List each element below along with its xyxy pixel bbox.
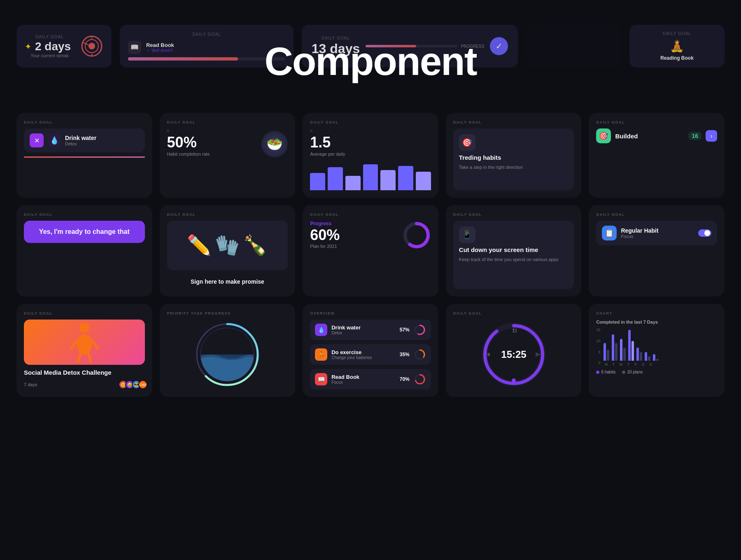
bar-3 (345, 176, 361, 190)
bar-5 (380, 170, 396, 190)
chart-bars-group (604, 328, 717, 361)
builded-row: 🎯 Builded 16 › (596, 128, 717, 143)
x-W: W (618, 362, 623, 366)
bottle-icon: 🍾 (243, 234, 268, 257)
ov-arc-0 (414, 324, 426, 336)
card-chart-label: CHART (596, 311, 717, 315)
ov-pct-0: 57% (400, 327, 410, 333)
svg-line-13 (78, 354, 80, 362)
col-T1 (612, 334, 618, 361)
menu-dots-2: ≡ (310, 128, 345, 133)
bar-habits-F (636, 348, 639, 361)
y-10: 10 (596, 339, 600, 343)
ov-arc-1 (414, 348, 426, 361)
pencil-icon: ✏️ (187, 234, 212, 257)
habit-sub: Detox (65, 141, 96, 146)
svg-text:9: 9 (487, 352, 490, 357)
ov-sub-1: Change your batteries (331, 355, 372, 360)
col-W (620, 339, 626, 361)
legend-dot-habits (596, 371, 599, 374)
progress-text: Progress (310, 221, 340, 226)
ov-sub-2: Focus (331, 380, 359, 385)
builded-label: Builded (615, 133, 638, 140)
screen-inner: 📱 Cut down your screen time Keep track o… (453, 221, 574, 289)
svg-line-11 (71, 340, 77, 348)
wave-svg (194, 322, 260, 387)
legend-plans-label: 20 plans (627, 370, 643, 374)
chart-legend: 6 habits 20 plans (596, 370, 717, 374)
streak-label: DAILY GOAL (25, 35, 75, 39)
card-clock-label: DAILY GOAL (453, 311, 574, 315)
screen-desc: Keep track of the time you spend on vari… (459, 257, 569, 263)
clock-svg: 12 3 6 9 15:25 (481, 322, 547, 387)
x-S2: S (648, 362, 653, 366)
clock-time-text: 15:25 (501, 349, 526, 360)
legend-habits-label: 6 habits (601, 370, 615, 374)
trend-desc: Take a step in the right direction (459, 164, 569, 170)
card-screen-time: DAILY GOAL 📱 Cut down your screen time K… (446, 205, 582, 296)
card-completion-label: DAILY GOAL (167, 120, 288, 124)
social-figure (68, 322, 101, 363)
overview-list: 💧 Drink water Detox 57% 🏃 Do exercise Ch… (310, 320, 431, 390)
toggle-switch[interactable] (698, 229, 711, 237)
social-image (24, 320, 145, 365)
x-button[interactable]: ✕ (30, 133, 44, 147)
x-S1: S (641, 362, 645, 366)
bowl-icon: 🥗 (261, 131, 288, 157)
y-axis: 15 10 5 0 (596, 328, 600, 365)
card-regular-label: DAILY GOAL (596, 212, 717, 217)
card-drink-water-label: DAILY GOAL (24, 120, 145, 124)
menu-dots: ≡ (167, 128, 210, 133)
social-title: Social Media Detox Challenge (24, 369, 145, 376)
reading-label: DAILY GOAL (663, 31, 691, 36)
overview-item-1: 🏃 Do exercise Change your batteries 35% (310, 344, 431, 365)
red-bar (24, 156, 145, 158)
yes-button[interactable]: Yes, I'm ready to change that (24, 221, 145, 243)
card-progress: DAILY GOAL Progress 60% Plan for 2021 (303, 205, 438, 296)
chart-container: Completed in the last 7 Days 15 10 5 0 (596, 320, 717, 390)
trend-title: Treding habits (459, 154, 569, 161)
screen-title: Cut down your screen time (459, 246, 569, 253)
bar-plans-S2 (656, 359, 659, 361)
x-axis: M T W T F S S (604, 362, 717, 366)
regular-title: Regular Habit (621, 227, 658, 234)
card-trending-label: DAILY GOAL (453, 120, 574, 124)
main-grid: DAILY GOAL ✕ 💧 Drink water Detox DAILY G… (0, 113, 741, 397)
legend-habits: 6 habits (596, 370, 615, 374)
overview-item-2: 📖 Read Book Focus 70% (310, 369, 431, 390)
bar-habits-W (620, 339, 622, 361)
donut-ring (402, 221, 431, 250)
avatar-count: 1360 (138, 380, 147, 389)
ov-arc-2 (414, 373, 426, 385)
regular-sub: Focus (621, 234, 658, 239)
arrow-button[interactable]: › (706, 130, 717, 142)
ov-pct-2: 70% (400, 376, 410, 382)
bar-habits-S2 (653, 354, 655, 361)
bar-7 (416, 172, 431, 191)
card-wave: PRIORITY TASK PROGRESS (160, 304, 296, 397)
bar-1 (310, 173, 325, 190)
bar-chart (310, 161, 431, 190)
average-value: 1.5 (310, 134, 345, 151)
completion-desc: Habit completion rate (167, 151, 210, 157)
card-overview-label: OVERVIEW (310, 311, 431, 315)
progress-plan: Plan for 2021 (310, 244, 340, 249)
card-social-media: DAILY GOAL Social Media Detox Challenge … (16, 304, 152, 397)
card-wave-label: PRIORITY TASK PROGRESS (167, 311, 288, 315)
bar-plans-T1 (615, 343, 618, 361)
bar-habits-M (604, 343, 606, 361)
overview-item-0: 💧 Drink water Detox 57% (310, 320, 431, 340)
habit-row: ✕ 💧 Drink water Detox (24, 128, 145, 152)
social-days: 7 days (24, 382, 37, 387)
svg-text:3: 3 (535, 352, 538, 357)
builded-icon: 🎯 (596, 128, 611, 143)
card-promise-label: DAILY GOAL (167, 212, 288, 217)
chart-title: Completed in the last 7 Days (596, 320, 717, 324)
col-M (604, 343, 609, 361)
ov-icon-1: 🏃 (315, 348, 327, 361)
x-M: M (604, 362, 608, 366)
card-completion: DAILY GOAL ≡ 50% Habit completion rate 🥗 (160, 113, 296, 198)
card-trending: DAILY GOAL 🎯 Treding habits Take a step … (446, 113, 582, 198)
col-T2 (628, 330, 634, 361)
water-icon: 💧 (48, 134, 61, 147)
